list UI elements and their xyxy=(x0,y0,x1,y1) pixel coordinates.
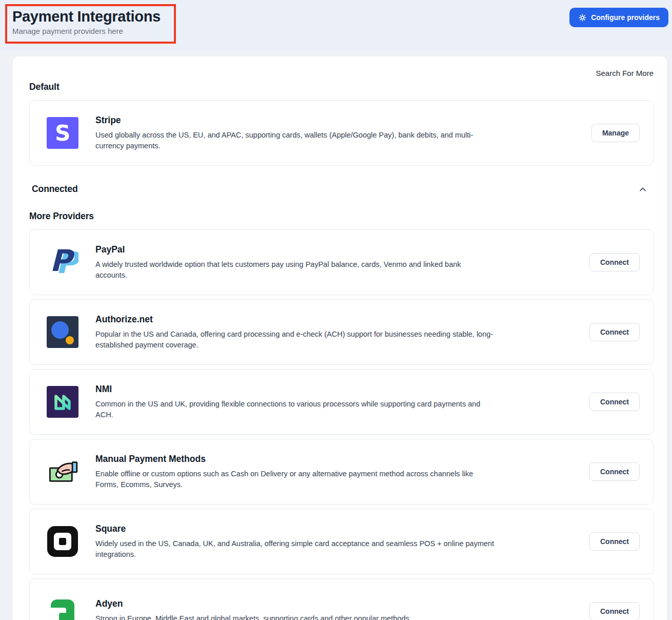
provider-name: Authorize.net xyxy=(95,314,589,325)
provider-card-adyen: Adyen Strong in Europe, Middle East and … xyxy=(29,578,654,620)
integrations-panel: Search For More Default S Stripe Used gl… xyxy=(13,56,667,620)
configure-providers-label: Configure providers xyxy=(591,13,660,22)
connect-button[interactable]: Connect xyxy=(589,602,640,620)
provider-description: Strong in Europe, Middle East and global… xyxy=(95,613,495,620)
page-subtitle: Manage payment providers here xyxy=(12,27,174,35)
provider-name: Stripe xyxy=(95,115,591,126)
provider-name: Manual Payment Methods xyxy=(95,454,589,464)
page-title: Payment Integrations xyxy=(12,7,174,26)
provider-description: Popular in the US and Canada, offering c… xyxy=(95,329,495,351)
provider-card-manual-payment: Manual Payment Methods Enable offline or… xyxy=(29,439,654,505)
provider-list: P P PayPal A widely trusted worldwide op… xyxy=(29,229,654,620)
provider-description: Common in the US and UK, providing flexi… xyxy=(95,399,495,420)
provider-card-stripe: S Stripe Used globally across the US, EU… xyxy=(29,100,654,166)
annotation-highlight: Payment Integrations Manage payment prov… xyxy=(5,4,176,44)
connect-button[interactable]: Connect xyxy=(589,462,640,481)
connected-section-heading: Connected xyxy=(32,184,78,195)
stripe-logo-icon: S xyxy=(47,117,78,149)
provider-card-nmi: NMI Common in the US and UK, providing f… xyxy=(29,369,654,435)
manage-button[interactable]: Manage xyxy=(591,124,640,142)
connect-button[interactable]: Connect xyxy=(589,393,640,411)
gear-icon xyxy=(578,13,587,22)
provider-description: Enable offline or custom options such as… xyxy=(95,469,495,490)
collapse-connected-button[interactable] xyxy=(638,186,647,193)
square-logo-icon xyxy=(47,526,78,557)
paypal-logo-icon: P P xyxy=(47,246,78,278)
provider-name: Adyen xyxy=(95,598,589,609)
chevron-up-icon xyxy=(639,186,646,193)
default-section-heading: Default xyxy=(29,82,654,92)
search-for-more-link[interactable]: Search For More xyxy=(596,69,654,78)
more-providers-heading: More Providers xyxy=(29,211,654,222)
provider-name: PayPal xyxy=(95,244,589,255)
provider-card-square: Square Widely used in the US, Canada, UK… xyxy=(29,509,654,574)
authorize-net-logo-icon xyxy=(47,316,78,348)
provider-card-authorize-net: Authorize.net Popular in the US and Cana… xyxy=(29,299,654,365)
provider-description: Used globally across the US, EU, and APA… xyxy=(95,130,495,151)
connect-button[interactable]: Connect xyxy=(589,532,640,551)
nmi-logo-icon xyxy=(47,386,78,418)
connected-section-row: Connected xyxy=(29,184,654,195)
connect-button[interactable]: Connect xyxy=(589,323,640,341)
provider-description: A widely trusted worldwide option that l… xyxy=(95,259,495,281)
svg-text:P: P xyxy=(50,246,75,278)
configure-providers-button[interactable]: Configure providers xyxy=(569,8,668,27)
cash-in-hand-icon xyxy=(47,456,78,488)
connect-button[interactable]: Connect xyxy=(589,253,640,272)
provider-card-paypal: P P PayPal A widely trusted worldwide op… xyxy=(29,229,654,295)
svg-text:S: S xyxy=(55,121,70,146)
page-header: Payment Integrations Manage payment prov… xyxy=(0,0,672,49)
provider-description: Widely used in the US, Canada, UK, and A… xyxy=(95,538,495,560)
provider-name: NMI xyxy=(95,384,589,395)
adyen-logo-icon xyxy=(47,595,78,620)
provider-name: Square xyxy=(95,524,589,534)
